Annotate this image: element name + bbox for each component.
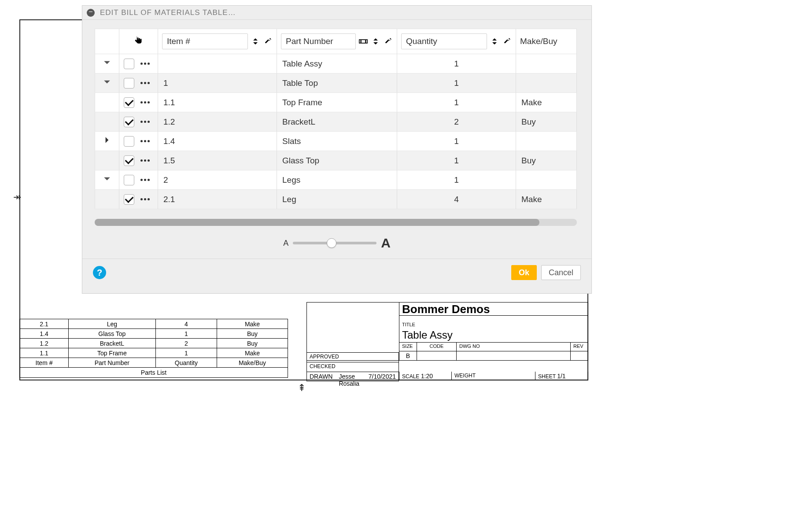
column-expand-header — [95, 29, 119, 54]
cell-part-number[interactable]: BracketL — [277, 112, 397, 132]
drawn-date: 7/10/2021 — [369, 373, 396, 380]
sort-item-icon[interactable] — [251, 37, 260, 46]
cell-makebuy[interactable] — [516, 170, 577, 190]
table-row[interactable]: Table Assy1 — [95, 54, 577, 74]
cell-item[interactable]: 2 — [158, 170, 277, 190]
row-options-icon[interactable] — [139, 61, 151, 66]
row-checkbox[interactable] — [124, 78, 134, 89]
table-row[interactable]: 1.2BracketL2Buy — [95, 112, 577, 132]
row-checkbox[interactable] — [124, 175, 134, 185]
cell-item[interactable]: 1 — [158, 74, 277, 93]
cell-part-number[interactable]: Leg — [277, 190, 397, 209]
row-options-icon[interactable] — [139, 80, 151, 86]
cell-makebuy[interactable] — [516, 132, 577, 151]
parts-list-cell: 2 — [155, 339, 217, 348]
sort-quantity-icon[interactable] — [490, 37, 499, 46]
cell-quantity[interactable]: 1 — [397, 93, 516, 112]
font-size-slider-thumb[interactable] — [327, 238, 336, 248]
row-checkbox[interactable] — [124, 97, 134, 108]
configure-quantity-icon[interactable] — [502, 37, 512, 46]
cell-makebuy[interactable] — [516, 74, 577, 93]
table-row[interactable]: 2.1Leg4Make — [95, 190, 577, 209]
parts-list-cell: BracketL — [69, 339, 156, 348]
sort-part-icon[interactable] — [371, 37, 380, 46]
chevron-down-icon[interactable] — [103, 175, 111, 185]
flatten-part-icon[interactable] — [358, 37, 368, 46]
cell-quantity[interactable]: 1 — [397, 151, 516, 170]
row-checkbox[interactable] — [124, 117, 134, 127]
bom-table: Item # Part Number — [95, 29, 577, 209]
parts-list-header-row: Item #Part NumberQuantityMake/Buy — [20, 358, 288, 368]
cell-part-number[interactable]: Top Frame — [277, 93, 397, 112]
parts-list-cell: Make — [217, 348, 288, 358]
cell-part-number[interactable]: Table Top — [277, 74, 397, 93]
parts-list-cell: Buy — [217, 329, 288, 339]
cell-makebuy[interactable] — [516, 54, 577, 74]
cancel-button[interactable]: Cancel — [541, 265, 581, 280]
row-options-icon[interactable] — [139, 100, 151, 105]
cell-item[interactable]: 1.1 — [158, 93, 277, 112]
table-row[interactable]: 1Table Top1 — [95, 74, 577, 93]
cell-quantity[interactable]: 1 — [397, 132, 516, 151]
chevron-down-icon[interactable] — [103, 78, 111, 88]
column-select-header — [119, 29, 158, 54]
cell-part-number[interactable]: Slats — [277, 132, 397, 151]
quantity-column-name-input[interactable]: Quantity — [401, 33, 487, 49]
row-checkbox[interactable] — [124, 194, 134, 205]
cell-quantity[interactable]: 4 — [397, 190, 516, 209]
scale-value: 1:20 — [421, 373, 433, 380]
parts-list-cell: 1.1 — [20, 348, 69, 358]
cell-makebuy[interactable]: Make — [516, 93, 577, 112]
font-size-large-label: A — [381, 236, 391, 251]
chevron-down-icon[interactable] — [103, 59, 111, 69]
title-block-bottom-row: SCALE 1:20 WEIGHT SHEET 1/1 — [399, 372, 588, 380]
cell-item[interactable]: 1.2 — [158, 112, 277, 132]
cell-makebuy[interactable]: Buy — [516, 112, 577, 132]
parts-list-header-cell: Make/Buy — [217, 358, 288, 368]
help-icon[interactable]: ? — [93, 266, 106, 279]
part-column-name-input[interactable]: Part Number — [281, 33, 356, 49]
row-checkbox[interactable] — [124, 59, 134, 69]
table-horizontal-scrollbar[interactable] — [95, 219, 577, 226]
cell-makebuy[interactable]: Buy — [516, 151, 577, 170]
row-checkbox[interactable] — [124, 155, 134, 166]
parts-list-cell: 4 — [155, 319, 217, 329]
configure-part-icon[interactable] — [383, 37, 393, 46]
origin-arrow-left-icon: ↠ — [13, 192, 21, 203]
cell-quantity[interactable]: 1 — [397, 74, 516, 93]
parts-list-cell: 1.4 — [20, 329, 69, 339]
row-options-icon[interactable] — [139, 119, 151, 125]
row-options-icon[interactable] — [139, 138, 151, 144]
table-row[interactable]: 1.1Top Frame1Make — [95, 93, 577, 112]
row-options-icon[interactable] — [139, 196, 151, 202]
parts-list-table: 2.1Leg4Make1.4Glass Top1Buy1.2BracketL2B… — [19, 319, 288, 368]
table-row[interactable]: 2Legs1 — [95, 170, 577, 190]
font-size-slider-track[interactable] — [293, 242, 376, 244]
cell-quantity[interactable]: 1 — [397, 54, 516, 74]
cell-item[interactable]: 2.1 — [158, 190, 277, 209]
cell-item[interactable]: 1.5 — [158, 151, 277, 170]
cell-item[interactable]: 1.4 — [158, 132, 277, 151]
cell-item[interactable] — [158, 54, 277, 74]
bom-header-row: Item # Part Number — [95, 29, 577, 54]
cell-part-number[interactable]: Table Assy — [277, 54, 397, 74]
table-row[interactable]: 1.4Slats1 — [95, 132, 577, 151]
chevron-right-icon[interactable] — [103, 136, 111, 146]
cell-quantity[interactable]: 2 — [397, 112, 516, 132]
row-options-icon[interactable] — [139, 158, 151, 163]
cell-quantity[interactable]: 1 — [397, 170, 516, 190]
cell-part-number[interactable]: Glass Top — [277, 151, 397, 170]
table-horizontal-scrollbar-thumb[interactable] — [95, 219, 539, 226]
cell-makebuy[interactable]: Make — [516, 190, 577, 209]
approved-label: APPROVED — [306, 352, 399, 362]
ok-button[interactable]: Ok — [511, 265, 537, 280]
cell-part-number[interactable]: Legs — [277, 170, 397, 190]
table-row[interactable]: 1.5Glass Top1Buy — [95, 151, 577, 170]
item-column-name-input[interactable]: Item # — [162, 33, 248, 49]
hand-pointer-icon — [133, 35, 144, 48]
dialog-body: Item # Part Number — [82, 20, 591, 293]
configure-item-icon[interactable] — [263, 37, 273, 46]
collapse-dialog-icon[interactable]: − — [87, 9, 95, 17]
row-checkbox[interactable] — [124, 136, 134, 147]
row-options-icon[interactable] — [139, 177, 151, 183]
